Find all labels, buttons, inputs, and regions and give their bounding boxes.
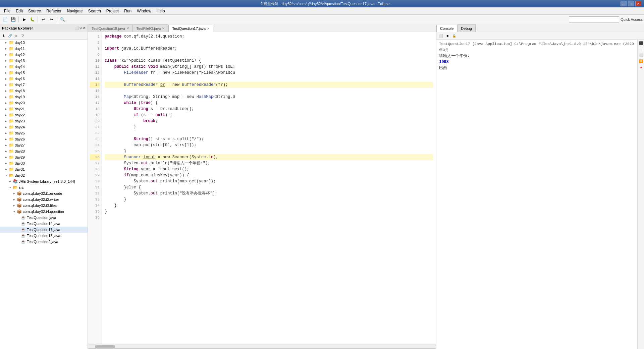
tree-item-day22[interactable]: ▸📁day22	[0, 112, 88, 118]
console-tab-bar: ConsoleDebug	[436, 24, 644, 32]
tree-item-label: day32	[15, 173, 25, 177]
pkg-menu[interactable]: ▽	[20, 33, 26, 39]
menu-item-edit[interactable]: Edit	[13, 8, 25, 14]
tree-item-day23[interactable]: ▸📁day23	[0, 118, 88, 124]
menu-item-project[interactable]: Project	[104, 8, 121, 14]
tree-item-day31[interactable]: ▸📁day31	[0, 166, 88, 172]
console-scroll-lock[interactable]: 🔒	[451, 33, 457, 39]
menu-item-navigate[interactable]: Navigate	[64, 8, 85, 14]
pkg-collapse-icon[interactable]: ⬜	[75, 26, 79, 30]
horizontal-scrollbar[interactable]	[88, 344, 436, 349]
code-line-16: Map<String, String> map = new HashMap<St…	[105, 94, 433, 100]
tree-item-pkg_t2[interactable]: ▸📦com.qf.day32.t2.writer	[0, 196, 88, 202]
console-clear[interactable]: ⬜	[438, 33, 444, 39]
console-result: 巴西	[439, 65, 635, 71]
save-button[interactable]: 💾	[9, 16, 17, 23]
code-line-34: }	[105, 202, 433, 209]
menu-item-window[interactable]: Window	[134, 8, 154, 14]
tree-item-file5[interactable]: ☕TestQuestion2.java	[0, 239, 88, 245]
side-icon-3[interactable]: ⬜	[638, 52, 644, 58]
tree-item-day16[interactable]: ▸📁day16	[0, 76, 88, 82]
tab-close-icon[interactable]: ✕	[126, 26, 129, 30]
menu-item-run[interactable]: Run	[121, 8, 134, 14]
undo-button[interactable]: ↩	[40, 16, 47, 23]
tree-item-day13[interactable]: ▸📁day13	[0, 58, 88, 64]
folder-icon: 📁	[9, 46, 14, 51]
tree-item-day14[interactable]: ▸📁day14	[0, 64, 88, 70]
tree-item-day15[interactable]: ▸📁day15	[0, 70, 88, 76]
tab-close-icon[interactable]: ✕	[162, 26, 165, 30]
tree-item-day21[interactable]: ▸📁day21	[0, 106, 88, 112]
quick-access-input[interactable]	[569, 16, 619, 22]
console-tab-debug[interactable]: Debug	[457, 24, 475, 32]
tree-item-day30[interactable]: ▸📁day30	[0, 160, 88, 166]
tree-item-day32[interactable]: ▾📂day32	[0, 172, 88, 178]
tab-TestFileIO-java[interactable]: TestFileIO.java✕	[133, 24, 169, 32]
tree-item-day10[interactable]: ▸📁day10	[0, 40, 88, 46]
tree-item-jre[interactable]: ▸📚JRE System Library [jre1.8.0_144]	[0, 178, 88, 184]
menu-item-source[interactable]: Source	[25, 8, 44, 14]
editor-area: TestQuestion18.java✕TestFileIO.java✕Test…	[88, 24, 436, 349]
tree-item-day26[interactable]: ▸📁day26	[0, 136, 88, 142]
pkg-menu-icon[interactable]: ▽	[79, 26, 82, 30]
tree-item-day28[interactable]: ▸📁day28	[0, 148, 88, 154]
menu-item-search[interactable]: Search	[86, 8, 104, 14]
tree-item-label: day10	[15, 41, 25, 45]
tree-item-pkg_t1[interactable]: ▸📦com.qf.day32.t1.encode	[0, 190, 88, 196]
folder-icon: 📁	[9, 101, 14, 105]
tree-item-day20[interactable]: ▸📁day20	[0, 100, 88, 106]
scrollbar-thumb[interactable]	[95, 345, 115, 348]
window-controls: — □ ✕	[621, 1, 641, 6]
tree-item-src[interactable]: ▾📂src	[0, 184, 88, 190]
new-button[interactable]: 📄	[1, 16, 9, 23]
menu-item-help[interactable]: Help	[154, 8, 168, 14]
side-icon-5[interactable]: 🔺	[638, 64, 644, 70]
tree-item-label: day26	[15, 137, 25, 141]
tab-close-icon[interactable]: ✕	[207, 27, 210, 31]
expand-arrow: ▸	[5, 107, 9, 111]
maximize-button[interactable]: □	[628, 1, 634, 6]
tab-TestQuestion18-java[interactable]: TestQuestion18.java✕	[88, 24, 133, 32]
debug-button[interactable]: 🐛	[29, 16, 36, 23]
tree-item-day29[interactable]: ▸📁day29	[0, 154, 88, 160]
tree-item-file2[interactable]: ☕TestQuestion14.java	[0, 221, 88, 227]
minimize-button[interactable]: —	[621, 1, 627, 6]
expand-arrow: ▸	[5, 101, 9, 105]
folder-icon: 📁	[9, 149, 14, 154]
code-line-18: String s = br.readLine();	[105, 106, 433, 112]
code-content[interactable]: package com.qf.day32.t4.question;import …	[102, 32, 436, 344]
menu-item-refactor[interactable]: Refactor	[44, 8, 64, 14]
tree-item-label: TestQuestion2.java	[27, 240, 58, 244]
tree-item-day17[interactable]: ▸📁day17	[0, 82, 88, 88]
side-icon-4[interactable]: 🔽	[638, 58, 644, 64]
tree-item-pkg_t3[interactable]: ▸📦com.qf.day32.t3.files	[0, 202, 88, 209]
folder-icon: 📁	[9, 40, 14, 45]
side-icon-1[interactable]: ⬛	[638, 40, 644, 46]
tree-item-day27[interactable]: ▸📁day27	[0, 142, 88, 148]
close-button[interactable]: ✕	[635, 1, 641, 6]
pkg-forward[interactable]: ▷	[13, 33, 19, 39]
tree-item-day11[interactable]: ▸📁day11	[0, 46, 88, 52]
tree-item-file1[interactable]: ☕TestQuestion.java	[0, 215, 88, 221]
tree-item-day19[interactable]: ▸📁day19	[0, 94, 88, 100]
tree-item-pkg_t4[interactable]: ▾📦com.qf.day32.t4.question	[0, 209, 88, 215]
tree-item-label: day18	[15, 89, 25, 93]
tree-item-file3[interactable]: ☕TestQuestion17.java	[0, 227, 88, 233]
pkg-close-icon[interactable]: ✕	[83, 26, 86, 30]
tree-item-file4[interactable]: ☕TestQuestion18.java	[0, 233, 88, 239]
redo-button[interactable]: ↪	[48, 16, 55, 23]
console-tab-console[interactable]: Console	[436, 25, 457, 32]
console-terminate[interactable]: ■	[444, 33, 450, 39]
tab-TestQuestion17-java[interactable]: TestQuestion17.java✕	[168, 25, 213, 32]
pkg-collapse-all[interactable]: ⬇	[1, 33, 7, 39]
menu-item-file[interactable]: File	[1, 8, 13, 14]
search-button[interactable]: 🔍	[59, 16, 66, 23]
toolbar: 📄 💾 ▶ 🐛 ↩ ↪ 🔍 Quick Access	[0, 15, 644, 24]
tree-item-day12[interactable]: ▸📁day12	[0, 52, 88, 58]
run-button[interactable]: ▶	[20, 16, 28, 23]
pkg-link-editor[interactable]: 🔗	[7, 33, 13, 39]
tree-item-day24[interactable]: ▸📁day24	[0, 124, 88, 130]
tree-item-day25[interactable]: ▸📁day25	[0, 130, 88, 136]
side-icon-2[interactable]: ☰	[638, 46, 644, 52]
tree-item-day18[interactable]: ▸📁day18	[0, 88, 88, 94]
